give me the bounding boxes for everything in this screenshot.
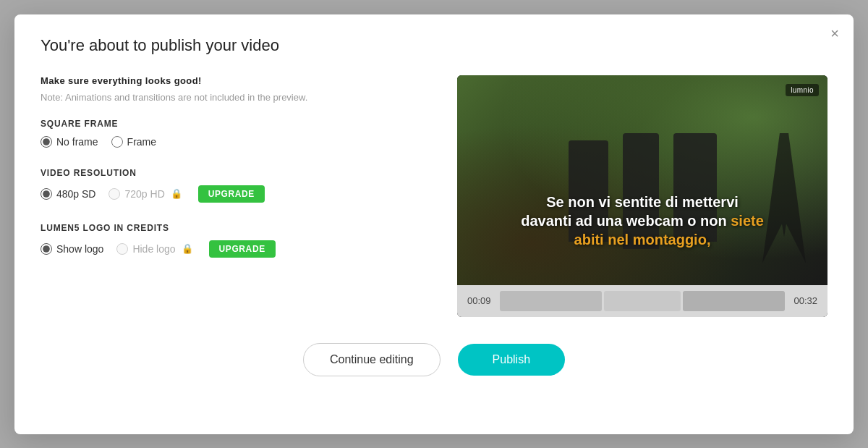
- subtitle-line2: davanti ad una webcam o non siete: [472, 211, 813, 230]
- video-thumbnail: lumnio Se non vi sentite di mettervi dav…: [457, 75, 827, 285]
- no-frame-label: No frame: [56, 136, 98, 148]
- show-logo-label: Show logo: [56, 243, 103, 255]
- video-resolution-label: VIDEO RESOLUTION: [41, 168, 431, 178]
- subtitle-line2-before: davanti ad una webcam o non: [521, 213, 731, 229]
- publish-button[interactable]: Publish: [458, 344, 565, 376]
- hide-logo-lock-icon: 🔒: [182, 243, 193, 254]
- modal-title: You're about to publish your video: [41, 36, 827, 55]
- resolution-upgrade-button[interactable]: UPGRADE: [198, 185, 265, 203]
- subtitle-overlay: Se non vi sentite di mettervi davanti ad…: [457, 193, 827, 249]
- hide-logo-radio[interactable]: [116, 243, 128, 255]
- 480p-option[interactable]: 480p SD: [41, 188, 95, 200]
- continue-editing-button[interactable]: Continue editing: [303, 343, 441, 376]
- 480p-label: 480p SD: [56, 188, 95, 200]
- lock-icon: 🔒: [171, 188, 182, 199]
- no-frame-radio[interactable]: [41, 136, 52, 148]
- subtitle-highlight: siete: [731, 213, 764, 229]
- subtitle-line1: Se non vi sentite di mettervi: [472, 193, 813, 211]
- timeline-segment-3: [683, 291, 785, 311]
- timeline-start: 00:09: [467, 295, 491, 306]
- show-logo-radio[interactable]: [41, 243, 52, 255]
- frame-label: Frame: [127, 136, 156, 148]
- video-resolution-group: 480p SD 720p HD 🔒 UPGRADE: [41, 185, 431, 203]
- modal-body: Make sure everything looks good! Note: A…: [41, 75, 827, 317]
- square-frame-group: No frame Frame: [41, 136, 431, 148]
- logo-upgrade-button[interactable]: UPGRADE: [209, 240, 276, 258]
- square-frame-label: SQUARE FRAME: [41, 119, 431, 129]
- timeline-bar: 00:09 00:32: [457, 285, 827, 317]
- hide-logo-option[interactable]: Hide logo 🔒: [116, 243, 192, 255]
- 480p-radio[interactable]: [41, 188, 52, 200]
- looks-good-heading: Make sure everything looks good!: [41, 75, 431, 86]
- close-button[interactable]: ×: [830, 26, 839, 41]
- modal-left: Make sure everything looks good! Note: A…: [41, 75, 431, 317]
- frame-radio[interactable]: [111, 136, 123, 148]
- subtitle-line3: abiti nel montaggio,: [472, 230, 813, 249]
- modal-backdrop: × You're about to publish your video Mak…: [0, 0, 868, 448]
- modal-footer: Continue editing Publish: [41, 343, 827, 376]
- preview-note: Note: Animations and transitions are not…: [41, 92, 431, 103]
- publish-modal: × You're about to publish your video Mak…: [14, 14, 854, 434]
- show-logo-option[interactable]: Show logo: [41, 243, 103, 255]
- video-preview: lumnio Se non vi sentite di mettervi dav…: [457, 75, 827, 317]
- timeline-segments: [500, 291, 786, 311]
- 720p-label: 720p HD: [124, 188, 164, 200]
- timeline-segment-2: [604, 291, 681, 311]
- no-frame-option[interactable]: No frame: [41, 136, 98, 148]
- lumen5-logo-group: Show logo Hide logo 🔒 UPGRADE: [41, 240, 431, 258]
- subtitle-line3-highlight: abiti nel montaggio,: [574, 232, 711, 248]
- frame-option[interactable]: Frame: [111, 136, 156, 148]
- lumen5-logo-label: LUMEN5 LOGO IN CREDITS: [41, 223, 431, 233]
- timeline-end: 00:32: [793, 295, 817, 306]
- brand-badge: lumnio: [786, 84, 819, 96]
- modal-right: lumnio Se non vi sentite di mettervi dav…: [457, 75, 827, 317]
- timeline-segment-1: [500, 291, 602, 311]
- 720p-option[interactable]: 720p HD 🔒: [109, 188, 182, 200]
- 720p-radio[interactable]: [109, 188, 120, 200]
- hide-logo-label: Hide logo: [132, 243, 175, 255]
